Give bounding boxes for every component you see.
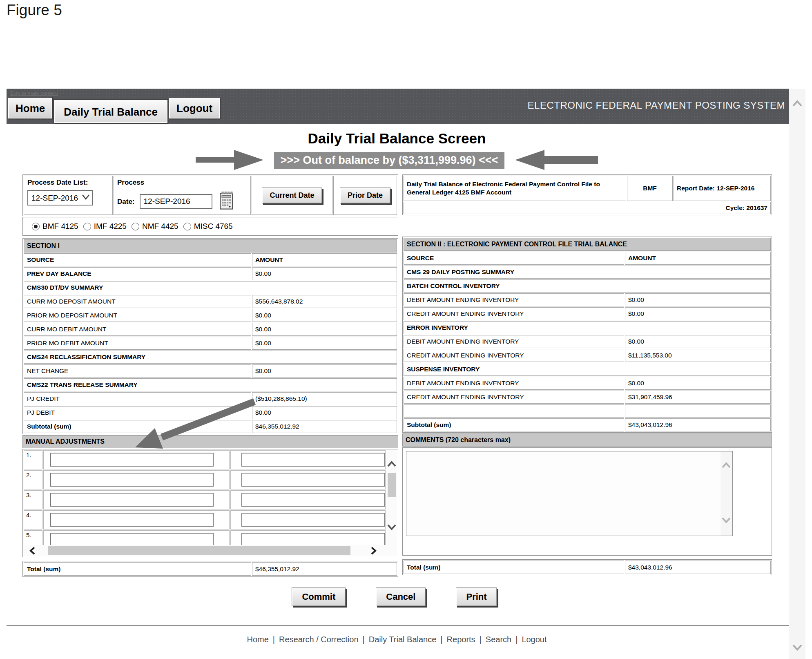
total-value: $46,355,012.92 [252,562,397,576]
adjustment-desc-cell [43,470,230,489]
process-date-cell: Process Date: [114,176,251,215]
group-label: CMS 29 DAILY POSTING SUMMARY [404,266,771,279]
adjustment-row-number: 3. [24,490,42,509]
footer-link-reports[interactable]: Reports [447,635,475,644]
current-date-button[interactable]: Current Date [262,188,322,203]
row-label: CURR MO DEBIT AMOUNT [24,323,251,336]
adjustment-desc-input[interactable] [50,473,214,487]
adjustment-desc-input[interactable] [50,493,214,507]
adjustment-desc-input[interactable] [50,533,214,547]
comments-scrollbar[interactable] [721,451,732,536]
scrollbar-thumb[interactable] [48,546,350,555]
page-title: Daily Trial Balance Screen [22,130,771,147]
calendar-icon[interactable] [219,191,234,212]
radio-option-imf-4225[interactable]: IMF 4225 [83,222,127,231]
radio-option-nmf-4425[interactable]: NMF 4425 [132,222,178,231]
table-row: DEBIT AMOUNT ENDING INVENTORY$0.00 [404,377,771,390]
print-button[interactable]: Print [456,588,497,606]
adjustment-desc-cell [43,490,230,509]
radio-option-misc-4765[interactable]: MISC 4765 [183,222,233,231]
footer-link-daily-trial-balance[interactable]: Daily Trial Balance [369,635,437,644]
footer-link-logout[interactable]: Logout [522,635,547,644]
scroll-down-icon[interactable] [721,517,731,525]
cancel-button[interactable]: Cancel [376,588,426,606]
row-label: PRIOR MO DEPOSIT AMOUNT [24,309,251,322]
row-label: PJ DEBIT [24,406,251,419]
prior-date-cell: Prior Date [333,176,397,215]
comments-title: COMMENTS (720 characters max) [402,433,772,447]
commit-button[interactable]: Commit [292,588,346,606]
table-row: CMS22 TRANS RELEASE SUMMARY [24,378,397,391]
table-row: BATCH CONTROL INVENTORY [404,279,771,293]
radio-button-icon[interactable] [132,223,139,230]
table-row: SOURCEAMOUNT [404,252,771,265]
row-label: CURR MO DEPOSIT AMOUNT [24,295,251,308]
row-label: DEBIT AMOUNT ENDING INVENTORY [404,377,624,390]
scrollbar-thumb[interactable] [388,473,396,497]
row-label: Subtotal (sum) [404,418,624,431]
tab-logout[interactable]: Logout [169,98,220,118]
adjustment-desc-cell [43,450,230,469]
row-value: $0.00 [252,267,397,280]
footer-link-home[interactable]: Home [247,635,268,644]
section2-table: SECTION II : ELECTRONIC PAYMENT CONTROL … [402,237,772,433]
page-scrollbar[interactable] [789,89,805,659]
scroll-down-icon[interactable] [792,644,803,652]
row-label: SOURCE [404,252,624,265]
process-date-input[interactable] [140,194,212,209]
annotation-arrow-left-pointing-icon [514,149,598,171]
process-label: Process [117,178,247,187]
tab-home[interactable]: Home [8,98,52,118]
row-label: PJ CREDIT [24,392,251,405]
date-label: Date: [117,197,135,206]
adjustment-amount-input[interactable] [241,473,385,487]
process-date-list-cell: Process Date List: 12-SEP-2016 [24,176,113,215]
row-value: $0.00 [625,293,771,306]
row-label: PREV DAY BALANCE [24,267,251,280]
radio-label: BMF 4125 [42,222,78,231]
section2-title: SECTION II : ELECTRONIC PAYMENT CONTROL … [404,238,771,251]
radio-label: NMF 4425 [142,222,178,231]
adjustment-amount-input[interactable] [241,493,385,507]
footer-link-research-correction[interactable]: Research / Correction [279,635,359,644]
group-label: BATCH CONTROL INVENTORY [404,279,771,293]
comments-textarea[interactable] [406,451,720,536]
footer-link-search[interactable]: Search [486,635,511,644]
radio-label: MISC 4765 [194,222,233,231]
table-row: PJ DEBIT$0.00 [24,406,397,419]
prior-date-button[interactable]: Prior Date [340,188,390,203]
adjustment-desc-cell [43,510,230,529]
adjustments-horizontal-scrollbar[interactable] [24,545,397,556]
radio-option-bmf-4125[interactable]: BMF 4125 [32,222,78,231]
scroll-left-icon[interactable] [29,546,36,557]
adjustment-amount-input[interactable] [241,533,385,547]
group-label: CMS24 RECLASSIFICATION SUMMARY [24,351,397,364]
table-row: PJ CREDIT($510,288,865.10) [24,392,397,405]
adjustments-vertical-scrollbar[interactable] [386,450,397,545]
footer-separator: | [363,635,365,644]
total-value: $43,043,012.96 [625,561,771,574]
scroll-up-icon[interactable] [721,462,731,470]
process-date-list-select[interactable]: 12-SEP-2016 [27,190,93,206]
skip-to-content-link[interactable]: Skip to main content [10,90,58,96]
scroll-right-icon[interactable] [370,546,377,557]
table-row: CREDIT AMOUNT ENDING INVENTORY$31,907,45… [404,391,771,404]
adjustment-desc-input[interactable] [50,513,214,527]
row-value: AMOUNT [252,253,397,266]
scroll-up-icon[interactable] [792,100,803,109]
adjustment-row: 1. [24,450,386,469]
row-value: $31,907,459.96 [625,391,771,404]
radio-button-icon[interactable] [83,223,91,230]
section2-total-table: Total (sum) $43,043,012.96 [402,559,772,575]
radio-button-icon[interactable] [183,223,191,230]
radio-button-icon[interactable] [32,223,40,230]
tab-daily-trial-balance[interactable]: Daily Trial Balance [54,100,167,123]
adjustment-row-number: 1. [24,450,42,469]
comments-panel [402,447,772,556]
scroll-down-icon[interactable] [387,524,397,532]
scroll-up-icon[interactable] [387,461,397,469]
group-label: SUSPENSE INVENTORY [404,363,771,376]
adjustment-amount-input[interactable] [241,513,385,527]
adjustment-amount-input[interactable] [241,453,385,467]
adjustment-desc-input[interactable] [50,453,214,467]
